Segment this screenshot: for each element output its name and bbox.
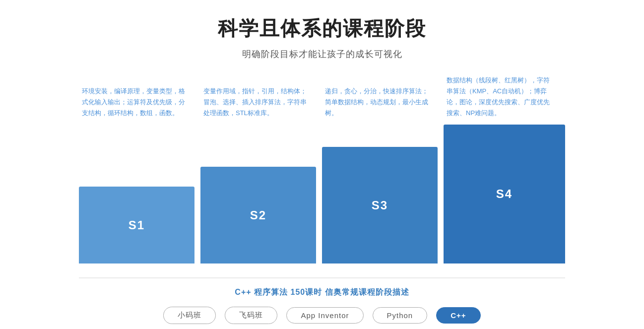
tab-cpp[interactable]: C++ [436, 307, 480, 324]
chart-area: S1S2S3S4 [79, 125, 565, 263]
step-bar-s4: S4 [444, 125, 565, 263]
baseline [79, 277, 565, 278]
step-desc-s1: 环境安装，编译原理，变量类型，格式化输入输出；运算符及优先级，分支结构，循环结构… [79, 86, 193, 125]
step-col-s3: S3 [322, 147, 444, 263]
bottom-label: C++ 程序算法 150课时 信奥常规课程阶段描述 [235, 287, 409, 298]
step-col-s1: S1 [79, 187, 200, 263]
tab-appinventor[interactable]: App Inventor [286, 307, 363, 324]
step-bar-s2: S2 [200, 167, 316, 263]
step-col-s2: S2 [200, 167, 322, 263]
tab-xiaoma[interactable]: 小码班 [163, 307, 216, 324]
desc-container: 环境安装，编译原理，变量类型，格式化输入输出；运算符及优先级，分支结构，循环结构… [79, 75, 565, 125]
step-desc-s3: 递归，贪心，分治，快速排序算法；简单数据结构，动态规划，最小生成树。 [322, 86, 436, 125]
step-desc-s4: 数据结构（线段树、红黑树），字符串算法（KMP、AC自动机）；博弈论，图论，深度… [444, 75, 558, 125]
step-bar-s1: S1 [79, 187, 194, 263]
main-title: 科学且体系的课程阶段 [218, 15, 426, 42]
step-bar-s3: S3 [322, 147, 438, 263]
tab-row: 小码班飞码班App InventorPythonC++ [163, 307, 480, 324]
step-desc-s2: 变量作用域，指针，引用，结构体；冒泡、选择、插入排序算法，字符串处理函数，STL… [200, 86, 315, 125]
tab-feima[interactable]: 飞码班 [225, 307, 277, 324]
step-col-s4: S4 [444, 125, 565, 263]
tab-python[interactable]: Python [373, 307, 428, 324]
sub-title: 明确阶段目标才能让孩子的成长可视化 [242, 48, 402, 60]
page-wrapper: 科学且体系的课程阶段 明确阶段目标才能让孩子的成长可视化 环境安装，编译原理，变… [0, 0, 644, 329]
